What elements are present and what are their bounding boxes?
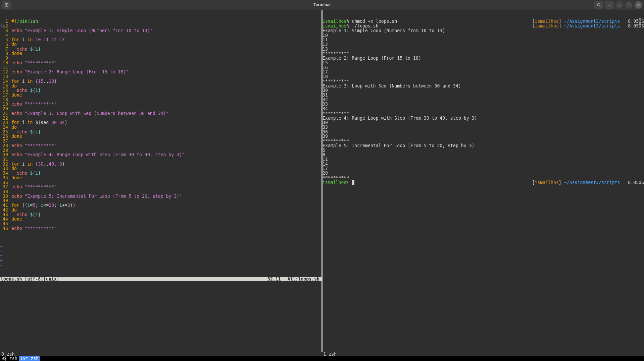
code-line[interactable]: 20 [0, 107, 321, 111]
shell-output-line: Example 2: Range Loop (From 15 to 18) [323, 56, 644, 61]
shell-output-line: 30 [323, 120, 644, 125]
terminal-body: 1 #!/bin/zshls2 3 echo "Example 1: Simpl… [0, 10, 644, 361]
code-line[interactable]: 37 echo "**********" [0, 185, 321, 189]
shell-output-line: ********** [323, 176, 644, 180]
shell-output-line: 5 [323, 148, 644, 153]
pane-title-left: 0 zsh [0, 352, 322, 357]
code-line[interactable]: 7 echo ${i} [0, 47, 321, 52]
close-button[interactable] [635, 1, 642, 9]
code-line[interactable]: 15 do [0, 84, 321, 88]
shell-output-line: 8 [323, 153, 644, 157]
code-line[interactable]: 28 echo "**********" [0, 143, 321, 148]
shell-output-line: 16 [323, 65, 644, 70]
shell-output-line: 31 [323, 93, 644, 98]
code-line[interactable]: 42 do [0, 208, 321, 213]
code-line[interactable]: 39 echo "Example 5: Incremental For Loop… [0, 194, 321, 199]
code-line[interactable]: 12 echo "Example 2: Range Loop (From 15 … [0, 70, 321, 74]
shell-output-line: 14 [323, 162, 644, 167]
shell-prompt-line[interactable]: [ismailhos] ~/Assignment3/scripts 8:05ÖS… [323, 180, 644, 185]
shell-output-line: Example 1: Simple Loop (Numbers from 10 … [323, 28, 644, 33]
pane-title-right: 1 zsh [322, 352, 644, 357]
code-line[interactable]: 18 [0, 98, 321, 102]
code-line[interactable]: 44 done [0, 217, 321, 222]
shell-output-line: ********** [323, 139, 644, 143]
code-line[interactable]: 23 for i in $(seq 30 34) [0, 120, 321, 125]
code-line[interactable]: 4 [0, 33, 321, 38]
code-line[interactable]: 31 [0, 157, 321, 162]
shell-content[interactable]: [ismailhos] ~/Assignment3/scripts 8:05ÖS… [323, 19, 644, 185]
maximize-button[interactable] [625, 1, 633, 9]
code-line[interactable]: 22 [0, 116, 321, 121]
code-line[interactable]: 34 echo ${i} [0, 171, 321, 176]
shell-output-line: 30 [323, 88, 644, 93]
code-line[interactable]: 10 echo "**********" [0, 61, 321, 65]
code-line[interactable]: 25 echo ${i} [0, 130, 321, 134]
code-line[interactable]: 1 #!/bin/zsh [0, 19, 321, 24]
svg-rect-2 [628, 4, 630, 6]
code-line[interactable]: 13 [0, 74, 321, 79]
code-line[interactable]: 8 done [0, 51, 321, 56]
code-line[interactable]: 40 [0, 198, 321, 203]
code-line[interactable]: 16 echo ${i} [0, 88, 321, 93]
code-line[interactable]: 5 for i in 10 11 12 13 [0, 38, 321, 42]
window-title: Terminal [313, 3, 331, 7]
tmux-tab-0[interactable]: 0$ zsh [0, 356, 19, 361]
code-line[interactable]: 17 done [0, 93, 321, 98]
tmux-status-bar[interactable]: 0$ zsh 1$* zsh [0, 356, 644, 361]
shell-output-line: ********** [323, 111, 644, 116]
new-tab-button[interactable] [2, 1, 11, 9]
shell-output-line: Example 5: Incremental For Loop (From 5 … [323, 143, 644, 148]
shell-output-line: ********** [323, 51, 644, 56]
code-line[interactable]: 46 echo "**********" [0, 226, 321, 231]
code-line[interactable]: 33 do [0, 166, 321, 171]
shell-output-line: 17 [323, 166, 644, 171]
code-line[interactable]: 29 [0, 148, 321, 153]
code-line[interactable]: ls2 [0, 24, 321, 28]
shell-output-line: 15 [323, 61, 644, 65]
code-line[interactable]: 45 [0, 222, 321, 226]
shell-output-line: 13 [323, 47, 644, 52]
code-line[interactable]: 19 echo "**********" [0, 102, 321, 107]
minimize-button[interactable] [616, 1, 623, 9]
code-line[interactable]: 36 [0, 180, 321, 185]
shell-output-line: 32 [323, 98, 644, 102]
code-line[interactable]: 26 done [0, 134, 321, 139]
code-line[interactable]: 38 [0, 189, 321, 194]
code-line[interactable]: 35 done [0, 176, 321, 180]
hamburger-menu-button[interactable] [605, 1, 614, 9]
code-line[interactable]: 14 for i in {15..18} [0, 79, 321, 84]
tmux-tab-1[interactable]: 1$* zsh [19, 356, 40, 361]
code-line[interactable]: 21 echo "Example 3: Loop with Seq (Numbe… [0, 111, 321, 116]
code-line[interactable]: 27 [0, 139, 321, 143]
shell-output-line: 11 [323, 38, 644, 42]
code-line[interactable]: 41 for ((i=5; i<=20; i+=3)) [0, 203, 321, 208]
shell-output-line: 10 [323, 33, 644, 38]
vim-cursor-pos: 32,11 [59, 277, 288, 282]
code-line[interactable]: 24 do [0, 125, 321, 130]
pane-title-bar: 0 zsh 1 zsh [0, 352, 644, 357]
code-line[interactable]: 6 do [0, 42, 321, 47]
vim-buffer-name: All:loops.sh [288, 277, 321, 282]
code-line[interactable]: 32 for i in {30..40..3} [0, 162, 321, 167]
shell-output-line: 17 [323, 70, 644, 74]
shell-output-line: 11 [323, 157, 644, 162]
code-line[interactable]: 9 [0, 56, 321, 61]
shell-output-line: 36 [323, 130, 644, 134]
shell-output-line: 33 [323, 125, 644, 130]
shell-output-line: 39 [323, 134, 644, 139]
editor-content[interactable]: 1 #!/bin/zshls2 3 echo "Example 1: Simpl… [0, 19, 321, 231]
shell-output-line: 33 [323, 102, 644, 107]
shell-output-line: Example 4: Range Loop with Step (From 30… [323, 116, 644, 121]
left-pane[interactable]: 1 #!/bin/zshls2 3 echo "Example 1: Simpl… [0, 10, 323, 352]
search-button[interactable] [594, 1, 603, 9]
shell-output-line: Example 3: Loop with Seq (Numbers betwee… [323, 84, 644, 88]
shell-prompt-line: [ismailhos] ~/Assignment3/scripts 8:05ÖS… [323, 24, 644, 28]
code-line[interactable]: 11 [0, 65, 321, 70]
right-pane[interactable]: [ismailhos] ~/Assignment3/scripts 8:05ÖS… [323, 10, 644, 352]
titlebar: Terminal [0, 0, 644, 10]
shell-output-line: 34 [323, 107, 644, 111]
svg-point-1 [597, 3, 600, 6]
code-line[interactable]: 3 echo "Example 1: Simple Loop (Numbers … [0, 28, 321, 33]
code-line[interactable]: 43 echo ${i} [0, 213, 321, 217]
code-line[interactable]: 30 echo "Example 4: Range Loop with Step… [0, 153, 321, 157]
